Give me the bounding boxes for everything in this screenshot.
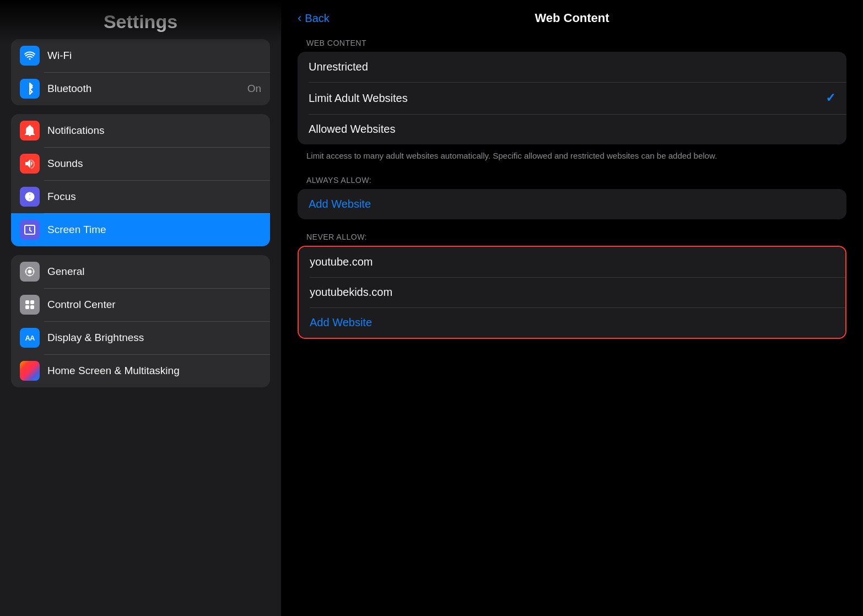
svg-rect-1 bbox=[25, 300, 29, 304]
page-title: Web Content bbox=[535, 11, 609, 25]
sidebar-item-general[interactable]: General bbox=[11, 255, 270, 288]
sidebar-item-focus[interactable]: Focus bbox=[11, 180, 270, 213]
controlcenter-icon bbox=[20, 295, 40, 315]
option-limit-adult-label: Limit Adult Websites bbox=[309, 92, 826, 105]
back-chevron-icon: ‹ bbox=[298, 11, 301, 25]
network-settings-group: Wi-Fi Bluetooth On bbox=[11, 39, 270, 105]
sidebar-item-sounds[interactable]: Sounds bbox=[11, 147, 270, 180]
homescreen-icon bbox=[20, 361, 40, 381]
display-label: Display & Brightness bbox=[47, 332, 261, 344]
web-content-section-label: WEB CONTENT bbox=[306, 39, 846, 47]
notifications-label: Notifications bbox=[47, 125, 261, 137]
youtubekids-label: youtubekids.com bbox=[310, 286, 834, 299]
option-allowed-websites[interactable]: Allowed Websites bbox=[298, 114, 846, 144]
focus-label: Focus bbox=[47, 191, 261, 203]
back-label: Back bbox=[305, 12, 329, 25]
settings-title: Settings bbox=[104, 11, 177, 32]
homescreen-label: Home Screen & Multitasking bbox=[47, 365, 261, 377]
option-allowed-label: Allowed Websites bbox=[309, 123, 835, 136]
web-content-options-group: Unrestricted Limit Adult Websites ✓ Allo… bbox=[298, 52, 846, 144]
web-content-panel: ‹ Back Web Content WEB CONTENT Unrestric… bbox=[281, 0, 863, 616]
system-settings-group: General Control Center AA Display & Brig… bbox=[11, 255, 270, 387]
youtube-label: youtube.com bbox=[310, 256, 834, 268]
sounds-label: Sounds bbox=[47, 158, 261, 170]
notifications-icon bbox=[20, 121, 40, 141]
svg-rect-2 bbox=[30, 300, 34, 304]
sounds-icon bbox=[20, 154, 40, 174]
general-icon bbox=[20, 262, 40, 282]
wifi-label: Wi-Fi bbox=[47, 50, 261, 62]
right-panel-header: ‹ Back Web Content bbox=[298, 0, 846, 39]
never-allow-youtubekids[interactable]: youtubekids.com bbox=[299, 277, 845, 307]
controlcenter-label: Control Center bbox=[47, 299, 261, 311]
never-allow-youtube[interactable]: youtube.com bbox=[299, 247, 845, 277]
always-allow-add-website[interactable]: Add Website bbox=[298, 189, 846, 219]
wifi-icon bbox=[20, 46, 40, 66]
sidebar-item-wifi[interactable]: Wi-Fi bbox=[11, 39, 270, 72]
option-limit-adult[interactable]: Limit Adult Websites ✓ bbox=[298, 82, 846, 114]
focus-icon bbox=[20, 187, 40, 207]
never-allow-add-website[interactable]: Add Website bbox=[299, 307, 845, 338]
always-allow-section-label: ALWAYS ALLOW: bbox=[306, 176, 846, 185]
svg-rect-4 bbox=[30, 305, 34, 309]
screentime-label: Screen Time bbox=[47, 224, 261, 236]
general-label: General bbox=[47, 266, 261, 278]
back-button[interactable]: ‹ Back bbox=[298, 11, 330, 25]
never-allow-add-label: Add Website bbox=[310, 316, 372, 329]
settings-sidebar: Settings Wi-Fi Bluetoo bbox=[0, 0, 281, 616]
always-allow-add-label: Add Website bbox=[309, 198, 371, 210]
bluetooth-value: On bbox=[247, 83, 261, 95]
svg-rect-3 bbox=[25, 305, 29, 309]
web-content-helper: Limit access to many adult websites auto… bbox=[306, 150, 838, 163]
sidebar-item-bluetooth[interactable]: Bluetooth On bbox=[11, 72, 270, 105]
sidebar-item-notifications[interactable]: Notifications bbox=[11, 114, 270, 147]
display-icon: AA bbox=[20, 328, 40, 348]
sidebar-item-screentime[interactable]: Screen Time bbox=[11, 213, 270, 246]
option-unrestricted[interactable]: Unrestricted bbox=[298, 52, 846, 82]
bluetooth-icon bbox=[20, 79, 40, 99]
option-unrestricted-label: Unrestricted bbox=[309, 61, 835, 73]
sidebar-item-homescreen[interactable]: Home Screen & Multitasking bbox=[11, 354, 270, 387]
never-allow-section: youtube.com youtubekids.com Add Website bbox=[298, 246, 846, 339]
screentime-icon bbox=[20, 220, 40, 240]
limit-adult-checkmark: ✓ bbox=[826, 91, 835, 105]
sidebar-item-display[interactable]: AA Display & Brightness bbox=[11, 321, 270, 354]
never-allow-group: youtube.com youtubekids.com Add Website bbox=[299, 247, 845, 338]
never-allow-section-label: NEVER ALLOW: bbox=[306, 233, 846, 241]
notifications-settings-group: Notifications Sounds Focus bbox=[11, 114, 270, 246]
bluetooth-label: Bluetooth bbox=[47, 83, 247, 95]
sidebar-item-controlcenter[interactable]: Control Center bbox=[11, 288, 270, 321]
settings-header: Settings bbox=[0, 0, 281, 39]
always-allow-group: Add Website bbox=[298, 189, 846, 219]
